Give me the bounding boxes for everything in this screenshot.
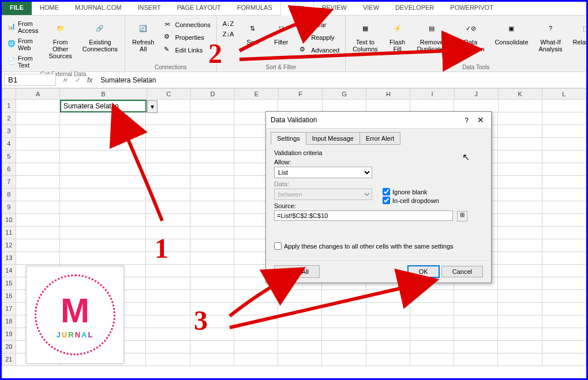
annotation-2: 2	[208, 37, 222, 69]
logo-letter: M	[61, 291, 89, 330]
tab-settings[interactable]: Settings	[271, 132, 306, 145]
annotation-1: 1	[155, 232, 168, 264]
mjurnal-logo: M JURNAL	[26, 266, 124, 364]
logo-word: JURNAL	[57, 330, 94, 339]
annotation-3: 3	[194, 304, 208, 336]
